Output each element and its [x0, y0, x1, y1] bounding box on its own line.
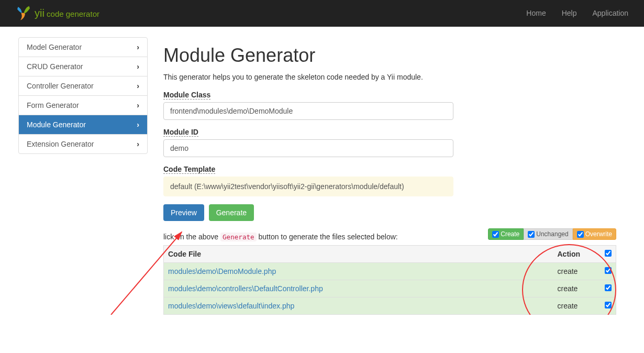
th-action: Action: [553, 246, 601, 263]
chevron-right-icon: ›: [137, 62, 139, 71]
row-action: create: [553, 280, 601, 297]
module-class-input[interactable]: [163, 102, 453, 120]
nav-home[interactable]: Home: [518, 1, 553, 25]
table-row: modules\demo\views\default\index.php cre…: [164, 297, 616, 315]
sidebar-item-form-generator[interactable]: Form Generator›: [19, 96, 147, 115]
row-action: create: [553, 263, 601, 280]
chevron-right-icon: ›: [137, 82, 139, 90]
file-link[interactable]: modules\demo\controllers\DefaultControll…: [168, 284, 323, 293]
legend-unchanged[interactable]: Unchanged: [524, 228, 572, 240]
table-row: modules\demo\DemoModule.php create: [164, 263, 616, 280]
table-row: modules\demo\controllers\DefaultControll…: [164, 280, 616, 297]
brand-link[interactable]: yii code generator: [8, 0, 107, 26]
sidebar-item-module-generator[interactable]: Module Generator›: [19, 115, 147, 135]
legend-create-checkbox[interactable]: [492, 231, 499, 238]
sidebar-item-label: CRUD Generator: [27, 62, 83, 71]
code-template-label: Code Template: [163, 165, 215, 174]
sidebar-item-crud-generator[interactable]: CRUD Generator›: [19, 57, 147, 76]
nav-right: Home Help Application: [518, 1, 636, 25]
nav-application[interactable]: Application: [585, 1, 637, 25]
row-checkbox[interactable]: [605, 284, 612, 291]
generator-list: Model Generator› CRUD Generator› Control…: [18, 37, 148, 154]
file-link[interactable]: modules\demo\DemoModule.php: [168, 267, 276, 275]
chevron-right-icon: ›: [137, 101, 139, 109]
chevron-right-icon: ›: [137, 140, 139, 148]
sidebar-item-label: Module Generator: [27, 120, 86, 129]
legend-overwrite-checkbox[interactable]: [577, 231, 584, 238]
row-checkbox[interactable]: [605, 302, 612, 308]
file-link[interactable]: modules\demo\views\default\index.php: [168, 302, 294, 310]
page-title: Module Generator: [163, 45, 616, 67]
row-checkbox[interactable]: [605, 267, 612, 274]
sidebar-item-label: Form Generator: [27, 101, 79, 109]
brand-sub: code generator: [45, 9, 99, 18]
brand-yii: yii: [35, 7, 45, 19]
sidebar-item-label: Extension Generator: [27, 140, 94, 148]
generate-button[interactable]: Generate: [209, 204, 254, 221]
yii-logo-icon: [16, 5, 31, 21]
generate-code: Generate: [220, 233, 257, 241]
th-code-file: Code File: [164, 246, 553, 263]
files-table: Code File Action modules\demo\DemoModule…: [163, 245, 616, 315]
check-all-checkbox[interactable]: [605, 250, 612, 257]
page-description: This generator helps you to generate the…: [163, 73, 616, 81]
legend-unchanged-checkbox[interactable]: [528, 231, 535, 238]
legend-overwrite[interactable]: Overwrite: [573, 228, 616, 240]
chevron-right-icon: ›: [137, 43, 139, 51]
legend-row: CreateUnchangedOverwrite: [488, 228, 616, 240]
sidebar-item-label: Controller Generator: [27, 82, 94, 90]
chevron-right-icon: ›: [137, 120, 139, 129]
legend-create[interactable]: Create: [488, 228, 524, 240]
module-class-label: Module Class: [163, 91, 210, 100]
navbar: yii code generator Home Help Application: [0, 0, 644, 27]
sidebar-item-extension-generator[interactable]: Extension Generator›: [19, 135, 147, 153]
row-action: create: [553, 297, 601, 315]
preview-button[interactable]: Preview: [163, 204, 204, 221]
nav-help[interactable]: Help: [554, 1, 585, 25]
sidebar-item-model-generator[interactable]: Model Generator›: [19, 38, 147, 57]
module-id-label: Module ID: [163, 128, 198, 137]
module-id-input[interactable]: [163, 139, 453, 157]
sidebar-item-label: Model Generator: [27, 43, 82, 51]
sidebar-item-controller-generator[interactable]: Controller Generator›: [19, 76, 147, 96]
th-check-all: [601, 246, 616, 263]
code-template-value: default (E:\www\yii2test\vendor\yiisoft\…: [163, 177, 453, 196]
